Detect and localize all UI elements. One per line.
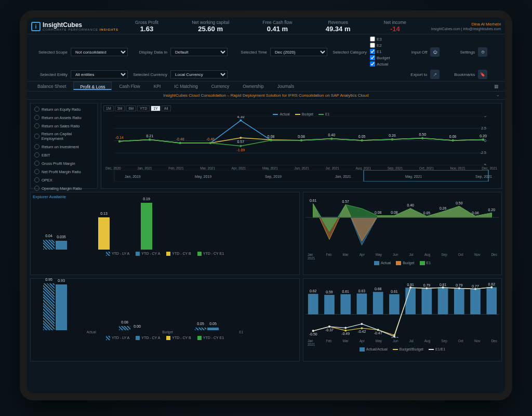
explorer-bottom: 0.950.930.080.000.050.05 ActualBudgetE1 … [30, 278, 300, 361]
tab-currency[interactable]: Currency [205, 82, 235, 91]
svg-text:0: 0 [484, 139, 486, 142]
range-1M[interactable]: 1M [103, 106, 114, 111]
svg-text:2.5: 2.5 [481, 126, 486, 130]
chevron-down-icon[interactable]: ⌄ [496, 93, 500, 97]
explorer-top-bars: 0.040.0350.130.19 [33, 200, 297, 250]
combo-x-axis: Jan2021FebMarAprMayJunJulAugSepOctNovDec [305, 339, 499, 346]
svg-text:May, 2019: May, 2019 [195, 175, 211, 179]
svg-text:-0.47: -0.47 [374, 331, 382, 335]
range-1Y[interactable]: 1Y [151, 106, 161, 111]
svg-rect-88 [340, 294, 351, 315]
range-6M[interactable]: 6M [126, 106, 136, 111]
ratio-list: Return on Equity RatioReturn on Assets R… [30, 103, 98, 189]
svg-point-36 [118, 140, 121, 142]
combo-chart-svg[interactable]: 0.620.590.610.630.680.610.810.790.810.79… [305, 281, 499, 338]
kpi-free-cash-flow: Free Cash flow0.41 m [262, 20, 292, 33]
tab-profit---loss[interactable]: Profit & Loss [73, 82, 112, 90]
combo-chart: 0.620.590.610.630.680.610.810.790.810.79… [303, 278, 502, 361]
ratio-operating-margin-ratio[interactable]: Operating Margin Ratio [33, 185, 95, 192]
export-icon[interactable]: ↗ [430, 70, 440, 79]
svg-point-128 [442, 287, 444, 289]
svg-point-37 [149, 139, 151, 141]
category-Actual[interactable]: Actual [370, 61, 388, 67]
svg-point-131 [490, 286, 493, 288]
svg-text:-1.09: -1.09 [236, 148, 245, 152]
tab-ownership[interactable]: Ownership [236, 82, 270, 91]
svg-point-122 [344, 327, 347, 329]
ratio-return-on-sales-ratio[interactable]: Return on Sales Ratio [33, 122, 95, 129]
ratio-return-on-assets-ratio[interactable]: Return on Assets Ratio [33, 114, 95, 121]
grid-icon[interactable]: ▦ [492, 82, 501, 91]
svg-text:-5: -5 [483, 163, 486, 165]
input-toggle-icon[interactable]: ⏻ [430, 47, 440, 57]
svg-text:0.21: 0.21 [147, 134, 154, 138]
svg-text:-0.49: -0.49 [341, 332, 350, 335]
line-chart-svg[interactable]: -5-2.502.55-0.140.21-0.48-0.484.100.080.… [103, 116, 499, 165]
header: i InsightCubes CORPORATE PERFORMANCE INS… [27, 18, 505, 34]
svg-text:4.10: 4.10 [237, 116, 245, 119]
tab-journals[interactable]: Journals [271, 82, 300, 91]
svg-text:0.26: 0.26 [440, 206, 447, 210]
ratio-return-on-capital-employment[interactable]: Return on Capital Employment [33, 131, 95, 142]
svg-text:-0.63: -0.63 [390, 336, 398, 338]
kpi-gross-profit: Gross Profit1.63 [135, 20, 158, 33]
ratio-return-on-equity-ratio[interactable]: Return on Equity Ratio [33, 106, 95, 113]
tab-cash-flow[interactable]: Cash Flow [113, 82, 146, 91]
ratio-gross-profit-margin[interactable]: Gross Profit Margin [33, 160, 95, 167]
svg-text:0.08: 0.08 [268, 135, 275, 138]
svg-rect-96 [405, 288, 416, 314]
tab-balance-sheet[interactable]: Balance Sheet [31, 82, 72, 91]
logo: i InsightCubes CORPORATE PERFORMANCE INS… [31, 20, 118, 33]
svg-point-43 [330, 138, 332, 140]
svg-text:-0.42: -0.42 [358, 330, 366, 333]
svg-text:0.62: 0.62 [310, 289, 317, 293]
svg-point-44 [361, 139, 363, 141]
svg-point-48 [482, 139, 484, 141]
time-select[interactable]: Dec (2020) [270, 48, 327, 56]
svg-text:0.79: 0.79 [423, 283, 431, 287]
ratio-opex[interactable]: OPEX [33, 176, 95, 184]
svg-text:0.57: 0.57 [237, 140, 245, 144]
range-3M[interactable]: 3M [115, 106, 125, 111]
svg-text:0.05: 0.05 [423, 211, 431, 215]
svg-point-110 [344, 330, 347, 332]
user-name: Dina Al Merhebi [423, 22, 501, 27]
svg-text:0.26: 0.26 [389, 134, 396, 137]
currency-select[interactable]: Local Currency [170, 70, 228, 79]
category-Budget[interactable]: Budget [370, 55, 390, 60]
explorer-top-legend: YTD - LY AYTD - CY AYTD - CY BYTD - CY E… [33, 252, 297, 256]
svg-text:0.50: 0.50 [419, 133, 427, 136]
ratio-ebit[interactable]: EBIT [33, 151, 95, 159]
category-E1[interactable]: E1 [370, 49, 382, 54]
svg-point-39 [209, 142, 211, 144]
bookmark-icon[interactable]: 🔖 [478, 70, 487, 79]
scope-select[interactable]: Not consolidated [71, 48, 128, 56]
svg-text:May, 2021: May, 2021 [405, 175, 422, 179]
main-line-chart: 1M3M6MYTD1YAll ActualBudgetE1 -5-2.502.5… [101, 103, 502, 189]
svg-text:Sep, 2019: Sep, 2019 [265, 175, 282, 179]
svg-text:0.61: 0.61 [342, 290, 350, 293]
svg-text:0.59: 0.59 [326, 290, 333, 294]
range-All[interactable]: All [162, 106, 171, 111]
category-E3[interactable]: E3 [370, 36, 382, 42]
svg-text:0.05: 0.05 [358, 135, 366, 138]
overview-strip[interactable]: Jan, 2019May, 2019Sep, 2019Jan, 2021May,… [103, 170, 499, 181]
svg-text:0.61: 0.61 [310, 199, 317, 202]
ratio-return-on-investment[interactable]: Return on Investment [33, 143, 95, 150]
range-YTD[interactable]: YTD [137, 106, 150, 111]
category-E2[interactable]: E2 [370, 43, 382, 48]
settings-icon[interactable]: ⚙ [478, 47, 487, 57]
tab-kpi[interactable]: KPI [148, 82, 167, 91]
svg-point-130 [474, 288, 476, 290]
svg-text:0.81: 0.81 [407, 283, 414, 287]
svg-text:0.68: 0.68 [375, 287, 382, 291]
display-select[interactable]: Default [170, 48, 228, 56]
ratio-net-profit-margin-ratio[interactable]: Net Profit Margin Ratio [33, 168, 95, 175]
tab-ic-matching[interactable]: IC Matching [168, 82, 204, 91]
area-chart-svg[interactable]: 0.610.570.080.080.400.050.260.500.060.20 [305, 194, 499, 252]
svg-point-40 [240, 145, 242, 147]
entity-select[interactable]: All entities [71, 70, 128, 79]
svg-rect-92 [373, 292, 383, 314]
svg-point-41 [270, 139, 272, 141]
svg-rect-64 [114, 170, 488, 181]
